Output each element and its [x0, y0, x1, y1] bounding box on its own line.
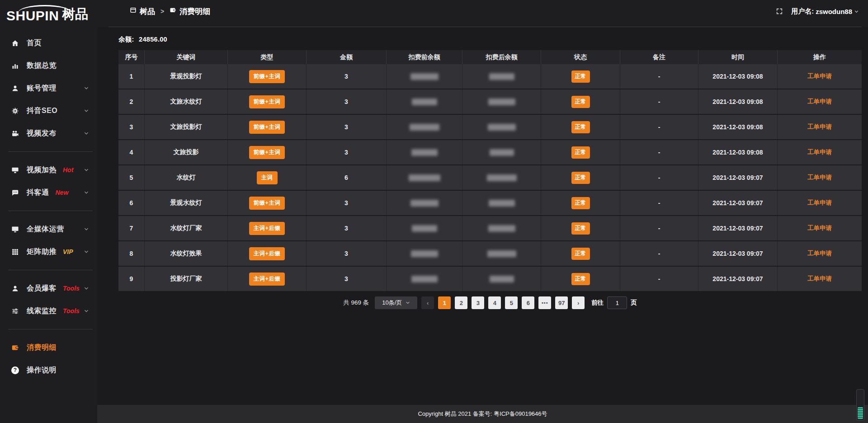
sidebar-item-member-baoke[interactable]: 会员爆客Tools [0, 277, 97, 300]
logo[interactable]: SHUPIN 树品 [0, 0, 97, 26]
table-row: 4文旅投影前缀+主词3正常-2021-12-03 09:08工单申请 [118, 140, 862, 165]
sidebar-item-badge: Hot [63, 166, 73, 174]
breadcrumb-separator: > [160, 8, 164, 15]
page-size-select[interactable]: 10条/页 [375, 296, 417, 309]
cell-amount: 3 [307, 216, 387, 240]
main-content: 余额: 24856.00 序号关键词类型金额扣费前余额扣费后余额状态备注时间操作… [97, 27, 868, 423]
cell-status: 正常 [541, 89, 620, 114]
sidebar-item-home[interactable]: 首页 [0, 32, 97, 54]
mini-scrollbar[interactable] [856, 389, 864, 421]
cell-type: 前缀+主词 [228, 115, 307, 139]
row-number: 7 [130, 225, 133, 232]
cell-time: 2021-12-03 09:08 [698, 140, 778, 164]
sidebar-item-video-publish[interactable]: 视频发布 [0, 122, 97, 145]
time-text: 2021-12-03 09:08 [712, 149, 763, 156]
cell-no: 3 [118, 115, 145, 139]
remark-text: - [658, 123, 660, 131]
keyword-text: 文旅投影灯 [170, 123, 202, 131]
work-order-link[interactable]: 工单申请 [807, 123, 832, 131]
redacted-before-balance [412, 225, 437, 232]
cell-after-balance [462, 191, 541, 215]
cell-after-balance [462, 267, 541, 291]
balance-label: 余额: [118, 36, 134, 43]
sidebar-item-consumption-detail[interactable]: 消费明细 [0, 336, 97, 359]
sidebar-item-label: 视频加热 [27, 165, 57, 175]
cell-amount: 3 [307, 241, 387, 266]
work-order-link[interactable]: 工单申请 [807, 174, 832, 182]
page-button-3[interactable]: 3 [472, 296, 484, 309]
chat-icon [10, 188, 20, 197]
chevron-down-icon [406, 301, 410, 305]
sidebar-divider [8, 151, 93, 152]
cell-status: 正常 [541, 267, 620, 291]
cell-after-balance [462, 89, 541, 114]
work-order-link[interactable]: 工单申请 [807, 275, 832, 283]
amount-text: 3 [344, 73, 348, 80]
work-order-link[interactable]: 工单申请 [807, 72, 832, 80]
sidebar-item-video-heating[interactable]: 视频加热Hot [0, 159, 97, 181]
cell-type: 主词+后缀 [228, 241, 307, 266]
breadcrumb-item-home[interactable]: 树品 [130, 6, 155, 17]
redacted-before-balance [410, 73, 439, 80]
sidebar-divider [8, 270, 93, 270]
goto-page-input[interactable] [607, 296, 627, 309]
cell-action: 工单申请 [778, 64, 862, 89]
redacted-before-balance [411, 149, 438, 156]
sidebar-item-data-overview[interactable]: 数据总览 [0, 54, 97, 77]
remark-text: - [658, 174, 660, 181]
row-number: 8 [130, 250, 133, 257]
sidebar-item-douketong[interactable]: 抖客通New [0, 181, 97, 204]
cell-action: 工单申请 [778, 216, 862, 240]
redacted-after-balance [487, 174, 517, 181]
cell-amount: 3 [307, 89, 387, 114]
sidebar-item-douyin-seo[interactable]: 抖音SEO [0, 99, 97, 122]
chevron-down-icon [84, 167, 89, 173]
sidebar-item-label: 矩阵助推 [27, 247, 57, 257]
user-menu[interactable]: 用户名: zswodun88 [791, 7, 859, 16]
time-text: 2021-12-03 09:08 [712, 123, 763, 131]
page-button-1[interactable]: 1 [438, 296, 451, 309]
sidebar-item-label: 操作说明 [27, 366, 57, 375]
page-button-6[interactable]: 6 [522, 296, 534, 309]
column-header-remark: 备注 [620, 50, 698, 64]
sidebar-item-account-management[interactable]: 账号管理 [0, 77, 97, 99]
sidebar-item-operation-guide[interactable]: ?操作说明 [0, 359, 97, 381]
breadcrumb-item-current[interactable]: 消费明细 [170, 6, 210, 17]
work-order-link[interactable]: 工单申请 [807, 199, 832, 207]
work-order-link[interactable]: 工单申请 [807, 224, 832, 232]
cell-remark: - [620, 89, 698, 114]
cell-status: 正常 [541, 165, 620, 190]
page-ellipsis-button[interactable]: ••• [538, 296, 551, 309]
page-size-value: 10条/页 [382, 299, 402, 307]
redacted-before-balance [410, 200, 439, 207]
sidebar-item-lead-monitoring[interactable]: 线索监控Tools [0, 300, 97, 322]
page-button-2[interactable]: 2 [455, 296, 467, 309]
cell-amount: 3 [307, 115, 387, 139]
next-page-button[interactable]: › [572, 296, 585, 309]
page-button-4[interactable]: 4 [488, 296, 501, 309]
table-row: 5水纹灯主词6正常-2021-12-03 09:07工单申请 [118, 165, 862, 191]
amount-text: 3 [344, 199, 348, 207]
work-order-link[interactable]: 工单申请 [807, 148, 832, 156]
type-badge: 前缀+主词 [249, 95, 285, 108]
remark-text: - [658, 250, 660, 257]
fullscreen-icon[interactable] [776, 8, 783, 15]
work-order-link[interactable]: 工单申请 [807, 98, 832, 106]
status-badge: 正常 [571, 248, 590, 260]
type-badge: 前缀+主词 [249, 70, 285, 83]
table-row: 1景观投影灯前缀+主词3正常-2021-12-03 09:08工单申请 [118, 64, 862, 89]
sidebar-item-all-media-operation[interactable]: 全媒体运营 [0, 218, 97, 240]
amount-text: 3 [344, 250, 348, 257]
sidebar-item-matrix-boost[interactable]: 矩阵助推VIP [0, 240, 97, 263]
work-order-link[interactable]: 工单申请 [807, 249, 832, 258]
cell-before-balance [387, 140, 462, 164]
cell-after-balance [462, 216, 541, 240]
type-badge: 前缀+主词 [249, 146, 285, 159]
chevron-down-icon [84, 190, 89, 195]
page-button-97[interactable]: 97 [555, 296, 568, 309]
page-button-5[interactable]: 5 [505, 296, 518, 309]
status-badge: 正常 [571, 197, 590, 209]
cell-after-balance [462, 165, 541, 190]
redacted-after-balance [489, 200, 515, 207]
prev-page-button[interactable]: ‹ [421, 296, 434, 309]
